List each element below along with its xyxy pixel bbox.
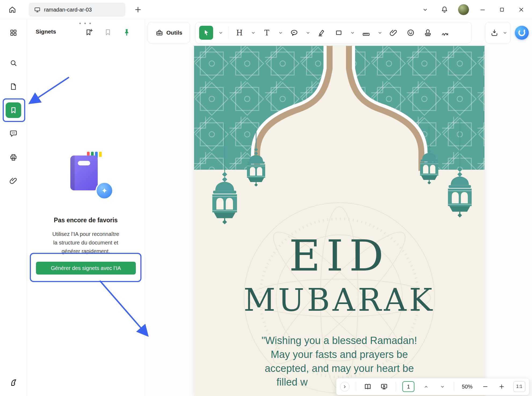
slideshow-button[interactable]	[379, 381, 389, 392]
comment-tool-dropdown[interactable]	[305, 25, 311, 40]
grid-icon	[9, 29, 17, 37]
new-tab-button[interactable]	[132, 4, 144, 16]
measure-tool-dropdown[interactable]	[377, 25, 382, 40]
quote-line: May your fasts and prayers be	[194, 347, 484, 361]
sidebar-item-bookmarks[interactable]	[6, 102, 21, 118]
sticker-tool-button[interactable]	[405, 25, 417, 40]
save-icon	[490, 29, 498, 37]
expand-statusbar-button[interactable]	[340, 382, 349, 391]
tools-menu-button[interactable]: Outils	[148, 22, 190, 43]
ai-assistant-icon	[517, 28, 526, 37]
home-button[interactable]	[6, 4, 18, 16]
sidebar-item-comments[interactable]	[8, 128, 19, 139]
chevron-right-icon	[342, 384, 347, 389]
avatar[interactable]	[458, 4, 469, 15]
measure-icon	[362, 29, 370, 37]
sidebar-item-attachments[interactable]	[8, 175, 19, 186]
save-group	[485, 22, 511, 43]
measure-tool-button[interactable]	[360, 25, 372, 40]
save-dropdown[interactable]	[502, 25, 508, 40]
main-area: Outils H T	[145, 19, 532, 396]
search-icon	[9, 59, 17, 67]
quote-line: "Wishing you a blessed Ramadan!	[194, 334, 484, 347]
bookmarks-panel: • • • Signets	[27, 19, 145, 396]
monitor-icon	[34, 6, 41, 13]
shape-tool-button[interactable]	[333, 25, 345, 40]
previous-page-button[interactable]	[421, 381, 431, 392]
heading-glyph: H	[236, 29, 243, 37]
chevron-down-icon	[218, 31, 223, 35]
window-menu-button[interactable]	[419, 4, 431, 16]
chevron-down-icon	[278, 31, 283, 35]
chevron-down-icon	[350, 31, 355, 35]
heading-tool-button[interactable]: H	[233, 25, 246, 40]
comment-tool-button[interactable]	[288, 25, 300, 40]
page-number-input[interactable]: 1	[402, 381, 414, 392]
zoom-out-icon	[482, 383, 489, 390]
titlebar-right-controls	[419, 0, 527, 19]
zoom-in-button[interactable]	[497, 381, 507, 392]
sidebar-item-search[interactable]	[8, 58, 19, 68]
add-bookmark-button[interactable]	[85, 28, 93, 37]
pages-icon	[9, 83, 17, 91]
signature-icon	[441, 29, 449, 37]
app-logo	[9, 379, 17, 387]
statusbar-divider	[454, 382, 454, 391]
quote-line: accepted, and may your heart be	[194, 361, 484, 375]
zoom-level-dropdown[interactable]: 50%	[461, 384, 474, 390]
home-icon	[8, 6, 16, 14]
slideshow-icon	[380, 383, 388, 391]
save-button[interactable]	[488, 25, 501, 40]
close-icon	[518, 6, 524, 13]
reading-view-button[interactable]	[363, 381, 373, 392]
attachment-icon	[389, 29, 398, 37]
attach-file-tool-button[interactable]	[387, 25, 400, 40]
select-cursor-icon	[202, 29, 210, 37]
document-tab[interactable]: ramadan-card-ar-03	[29, 3, 125, 17]
sticker-icon	[407, 29, 415, 37]
pin-panel-button[interactable]	[123, 28, 131, 37]
select-tool-dropdown[interactable]	[218, 25, 223, 40]
zoom-out-button[interactable]	[480, 381, 490, 392]
book-view-icon	[364, 383, 372, 391]
select-tool-button[interactable]	[199, 26, 213, 40]
shape-tool-dropdown[interactable]	[350, 25, 355, 40]
attachment-icon	[9, 177, 17, 185]
sidebar-item-print[interactable]	[8, 152, 19, 163]
text-tool-dropdown[interactable]	[278, 25, 283, 40]
empty-state-title: Pas encore de favoris	[27, 217, 145, 224]
panel-title: Signets	[36, 28, 56, 35]
text-glyph: T	[264, 29, 269, 37]
app-logo-button[interactable]	[8, 377, 19, 388]
statusbar: 1 50% 1:1	[336, 378, 529, 395]
sidebar-item-pages[interactable]	[8, 81, 19, 92]
heading-tool-dropdown[interactable]	[250, 25, 256, 40]
app-body: • • • Signets	[0, 19, 532, 396]
next-page-button[interactable]	[438, 381, 447, 392]
sidebar-item-thumbnails[interactable]	[8, 27, 19, 38]
minimize-icon	[479, 6, 486, 13]
minimize-button[interactable]	[477, 4, 489, 16]
toolbar-divider	[228, 27, 228, 39]
stamp-tool-button[interactable]	[422, 25, 434, 40]
maximize-button[interactable]	[496, 4, 508, 16]
ai-assistant-button[interactable]	[515, 26, 529, 40]
tab-title: ramadan-card-ar-03	[44, 7, 92, 13]
panel-drag-handle[interactable]: • • •	[27, 20, 145, 27]
close-button[interactable]	[515, 4, 527, 16]
zoom-in-icon	[498, 383, 505, 390]
app-window: ramadan-card-ar-03	[0, 0, 532, 396]
text-tool-button[interactable]: T	[261, 25, 273, 40]
stamp-icon	[424, 29, 432, 37]
empty-state-description: Utilisez l’IA pour reconnaître la struct…	[27, 230, 145, 256]
bookmark-list-button[interactable]	[104, 28, 112, 37]
signature-tool-button[interactable]	[439, 25, 451, 40]
highlighter-tool-button[interactable]	[315, 25, 328, 40]
generate-bookmarks-button[interactable]: Générer des signets avec l’IA	[36, 262, 136, 275]
notifications-button[interactable]	[439, 4, 450, 16]
actual-size-button[interactable]: 1:1	[513, 381, 525, 392]
add-bookmark-icon	[85, 28, 93, 36]
comment-tool-icon	[290, 29, 298, 37]
document-page: EID MUBARAK "Wishing you a blessed Ramad…	[194, 46, 484, 396]
card-title-line1: EID	[194, 234, 484, 277]
